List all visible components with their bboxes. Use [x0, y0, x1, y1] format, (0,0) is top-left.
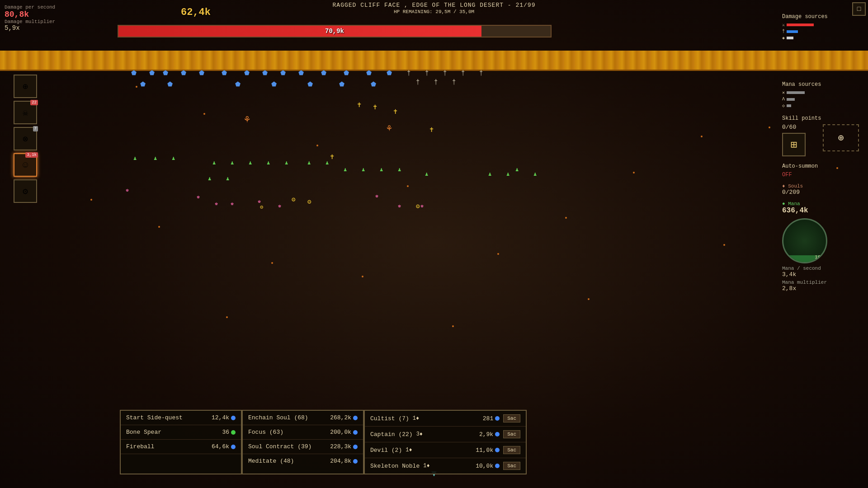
unit-white: †: [434, 79, 438, 85]
icon-slot-4-active[interactable]: 3,1k ☺: [14, 153, 37, 177]
unit-green: ♟: [362, 167, 365, 173]
unit-name-3: Devil (2): [370, 447, 402, 454]
skill-grid-icon: ⊞: [791, 138, 797, 151]
unit-row-4: Skeleton Noble 1♦ 10,0k Sac: [365, 458, 526, 474]
particle: [316, 145, 318, 146]
unit-pink: ♚: [197, 194, 200, 200]
unit-white: †: [425, 70, 429, 76]
unit-pink: ♚: [398, 203, 401, 209]
mana-sources-title: Mana sources: [782, 81, 863, 88]
mana-dot-m2: [353, 430, 358, 435]
damage-bar-row-2: †: [782, 29, 863, 34]
mana-dot-spell-3: [231, 445, 236, 449]
spell-name-3: Fireball: [126, 443, 154, 450]
damage-sources-section: Damage sources ⚔ † ◈: [782, 14, 863, 41]
minimize-button[interactable]: □: [852, 2, 866, 16]
mana-bar-row-1: ✕: [782, 90, 863, 95]
unit-green: ♟: [398, 167, 401, 173]
spirit-icon: ◈: [782, 35, 785, 41]
spell-row-m1[interactable]: Enchain Soul (68) 268,2k: [243, 411, 363, 425]
unit-white: †: [479, 70, 483, 76]
spell-name-1: Start Side-quest: [126, 414, 183, 421]
dps-value: 80,8k: [5, 10, 55, 19]
spells-panel-left: Start Side-quest 12,4k Bone Spear 36 Fir…: [120, 410, 242, 474]
unit-white: †: [461, 70, 465, 76]
unit-green: ♟: [425, 172, 428, 177]
unit-count-2: 3♦: [416, 431, 423, 437]
unit-green: ♟: [533, 172, 537, 177]
unit-green: ♟: [154, 156, 157, 161]
unit-pink: ♚: [375, 193, 378, 199]
particle: [90, 199, 92, 201]
icon-slot-2[interactable]: 22 ☠: [14, 101, 37, 124]
damage-bar-row-1: ⚔: [782, 22, 863, 28]
unit-name-4: Skeleton Noble: [370, 463, 420, 469]
spell-name-m2: Focus (63): [248, 429, 283, 436]
spell-value-3: 64,6k: [212, 443, 236, 450]
unit-value-2: 2,9k: [479, 431, 500, 438]
spell-row-m3[interactable]: Soul Contract (39) 228,3k: [243, 440, 363, 454]
icon-slot-1[interactable]: ⊕: [14, 75, 37, 98]
unit-pink: ♚: [215, 201, 218, 206]
unit-value-4: 10,0k: [476, 463, 500, 469]
unit-pink: ♚: [278, 203, 281, 209]
unit-blue: ⬟: [149, 70, 155, 76]
particle: [452, 325, 454, 327]
bone-icon: †: [782, 29, 785, 34]
unit-blue: ⬟: [199, 70, 204, 76]
skill-box[interactable]: ⊞: [782, 133, 806, 156]
sac-button-2[interactable]: Sac: [503, 430, 520, 438]
unit-white: †: [416, 79, 420, 85]
unit-count-3: 1♦: [406, 447, 412, 453]
unit-gold: ⚙: [260, 205, 263, 210]
mana-label-text: Mana: [788, 201, 800, 206]
auto-summon-section: Auto-summon OFF: [782, 163, 863, 178]
unit-gold: ⚙: [292, 197, 295, 203]
sac-button-3[interactable]: Sac: [503, 446, 520, 454]
spell-row-3[interactable]: Fireball 64,6k: [121, 440, 241, 454]
mana-dot-m3: [353, 445, 358, 449]
unit-pink: ♚: [258, 199, 261, 204]
mana-source-icon-2: Λ: [782, 97, 785, 102]
spell-row-1[interactable]: Start Side-quest 12,4k: [121, 411, 241, 425]
unit-skeleton: ✝: [373, 104, 377, 111]
badge-2: 22: [30, 100, 38, 105]
unit-blue: ⬟: [366, 70, 372, 76]
right-panel: Damage sources ⚔ † ◈ ⊕ Mana sources ✕ Λ …: [782, 14, 863, 292]
unit-blue: ⬟: [339, 81, 344, 88]
unit-green: ♟: [231, 160, 234, 166]
particle: [723, 244, 725, 246]
badge-4: 3,1k: [25, 152, 38, 158]
unit-row-2: Captain (22) 3♦ 2,9k Sac: [365, 427, 526, 442]
icon-slot-5[interactable]: ⚙: [14, 179, 37, 203]
unit-value-3: 11,0k: [476, 447, 500, 454]
badge-3: 7: [33, 126, 38, 131]
floating-damage-number: 62,4k: [181, 7, 211, 18]
unit-name-1: Cultist (7): [370, 415, 409, 422]
location-text: RAGGED CLIFF FACE , EDGE OF THE LONG DES…: [333, 2, 536, 9]
mana-dot-icon: ●: [782, 201, 788, 206]
hp-bar-value: 70,9k: [325, 28, 344, 35]
sac-button-1[interactable]: Sac: [503, 414, 520, 422]
spell-row-2[interactable]: Bone Spear 36: [121, 425, 241, 440]
unit-blue: ⬟: [167, 81, 173, 88]
mana-multiplier-label: Mana multiplier: [782, 280, 827, 285]
terrain-bar: [0, 51, 868, 71]
unit-blue: ⬟: [131, 70, 137, 76]
particle: [271, 262, 273, 264]
targeting-reticle: ⊕: [823, 124, 859, 151]
unit-count-4: 1♦: [423, 463, 429, 469]
mana-dot-m4: [353, 459, 358, 464]
unit-dot-4: [495, 464, 500, 468]
spell-value-m3: 228,3k: [330, 443, 358, 450]
sac-button-4[interactable]: Sac: [503, 462, 520, 470]
spell-name-2: Bone Spear: [126, 429, 161, 436]
dmg-mult-label: Damage multiplier: [5, 19, 55, 24]
unit-blue: ⬟: [244, 70, 250, 76]
mana-multiplier-value: 2,8x: [782, 285, 796, 292]
spell-row-m4[interactable]: Meditate (48) 204,8k: [243, 454, 363, 468]
spell-row-m2[interactable]: Focus (63) 200,0k: [243, 425, 363, 440]
icon-slot-3[interactable]: 7 ⊗: [14, 127, 37, 150]
unit-orange: ⚘: [387, 124, 392, 133]
particle: [362, 276, 363, 277]
